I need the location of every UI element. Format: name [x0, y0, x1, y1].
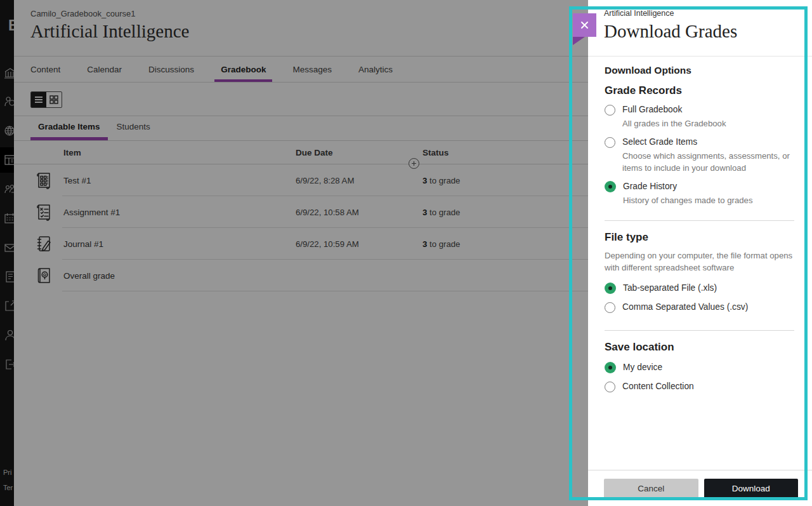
option-tab-separated[interactable]: Tab-separated File (.xls): [605, 282, 794, 295]
option-label: Tab-separated File (.xls): [623, 282, 717, 295]
option-label: Select Grade Items: [622, 136, 794, 149]
close-panel-button[interactable]: [573, 13, 596, 37]
panel-title: Download Grades: [604, 21, 812, 42]
option-select-grade-items[interactable]: Select Grade Items Choose which assignme…: [605, 136, 794, 174]
panel-course-label: Artificial Intelligence: [604, 9, 812, 18]
option-label: Comma Separated Values (.csv): [622, 301, 748, 314]
modal-overlay[interactable]: [0, 0, 588, 506]
option-comma-separated[interactable]: Comma Separated Values (.csv): [605, 301, 794, 314]
cancel-button[interactable]: Cancel: [604, 479, 698, 498]
grade-records-heading: Grade Records: [605, 84, 794, 97]
radio-selected-icon[interactable]: [605, 181, 616, 192]
option-label: My device: [623, 361, 662, 374]
close-icon: [580, 20, 589, 30]
option-label: Content Collection: [622, 380, 694, 393]
file-type-heading: File type: [605, 231, 794, 244]
option-content-collection[interactable]: Content Collection: [605, 380, 794, 393]
section-divider: [605, 220, 794, 221]
panel-body: Download Options Grade Records Full Grad…: [588, 57, 812, 393]
radio-selected-icon[interactable]: [605, 283, 616, 294]
radio-unselected-icon[interactable]: [605, 105, 615, 116]
close-button-ribbon-tail: [573, 37, 585, 45]
panel-footer: Cancel Download: [588, 470, 812, 506]
option-description: All grades in the Gradebook: [622, 117, 726, 130]
file-type-description: Depending on your computer, the file for…: [605, 250, 794, 274]
radio-selected-icon[interactable]: [605, 362, 616, 373]
option-description: History of changes made to grades: [623, 194, 753, 206]
download-options-heading: Download Options: [605, 65, 794, 76]
save-location-heading: Save location: [605, 341, 794, 354]
panel-header: Artificial Intelligence Download Grades: [588, 0, 812, 57]
option-grade-history[interactable]: Grade History History of changes made to…: [605, 180, 794, 206]
option-full-gradebook[interactable]: Full Gradebook All grades in the Gradebo…: [605, 103, 794, 130]
radio-unselected-icon[interactable]: [605, 137, 615, 148]
section-divider: [605, 330, 794, 331]
download-button[interactable]: Download: [704, 479, 799, 498]
radio-unselected-icon[interactable]: [605, 382, 615, 392]
option-label: Grade History: [623, 180, 753, 193]
app-window: B: [0, 0, 812, 506]
option-description: Choose which assignments, assessments, o…: [622, 150, 794, 174]
option-label: Full Gradebook: [622, 103, 726, 116]
download-grades-panel: Artificial Intelligence Download Grades …: [588, 0, 812, 506]
option-my-device[interactable]: My device: [605, 361, 794, 374]
radio-unselected-icon[interactable]: [605, 302, 615, 313]
